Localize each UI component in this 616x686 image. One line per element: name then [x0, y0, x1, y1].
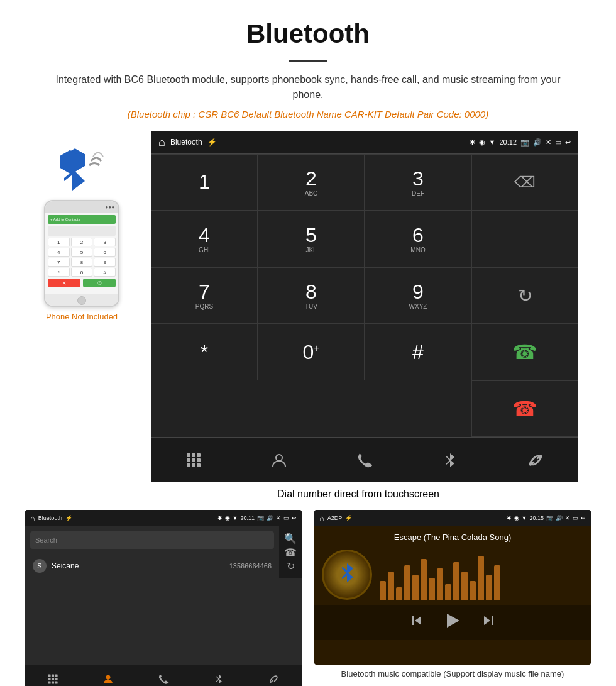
- music-screen-content: Escape (The Pina Colada Song): [314, 526, 591, 665]
- dial-nav-bar: [151, 437, 578, 482]
- pb-nav-contacts[interactable]: [80, 665, 136, 686]
- pb-nav-link[interactable]: [246, 665, 302, 686]
- phone-key-7[interactable]: 7: [48, 258, 70, 267]
- nav-dialpad-icon[interactable]: [151, 438, 236, 482]
- music-back-icon[interactable]: ↩: [581, 515, 586, 521]
- nav-bluetooth-icon[interactable]: [407, 438, 493, 482]
- phonebook-screen-block: ⌂ Bluetooth ⚡ ✱ ◉ ▼ 20:11 📷 🔊 ✕ ▭ ↩: [25, 510, 302, 686]
- music-camera-icon[interactable]: 📷: [546, 515, 553, 521]
- music-status-bar: ⌂ A2DP ⚡ ✱ ◉ ▼ 20:15 📷 🔊 ✕ ▭ ↩: [314, 510, 591, 526]
- dial-refresh-cell[interactable]: ↻: [471, 267, 578, 324]
- prev-track-button[interactable]: [409, 613, 424, 632]
- svg-rect-15: [48, 678, 50, 680]
- svg-rect-19: [52, 681, 54, 683]
- svg-rect-29: [492, 616, 493, 625]
- pb-back-icon[interactable]: ↩: [292, 515, 297, 521]
- dial-key-star[interactable]: *: [151, 324, 258, 380]
- phone-key-hash[interactable]: #: [94, 268, 116, 277]
- dial-key-8[interactable]: 8 TUV: [258, 267, 365, 324]
- phone-key-star[interactable]: *: [48, 268, 70, 277]
- dial-key-9[interactable]: 9 WXYZ: [365, 267, 471, 324]
- refresh-icon: ↻: [518, 285, 532, 306]
- svg-rect-2: [192, 453, 195, 457]
- dial-key-0[interactable]: 0+: [258, 324, 365, 380]
- pb-home-icon[interactable]: ⌂: [30, 514, 35, 523]
- viz-bar: [396, 587, 402, 600]
- svg-rect-25: [412, 616, 414, 625]
- dial-key-1[interactable]: 1: [151, 154, 258, 211]
- volume-icon[interactable]: 🔊: [533, 138, 542, 147]
- phone-keypad: 1 2 3 4 5 6 7 8 9 * 0 #: [48, 238, 116, 277]
- phone-key-4[interactable]: 4: [48, 248, 70, 257]
- phone-number-display: [48, 226, 116, 236]
- svg-point-21: [106, 675, 111, 680]
- pb-search-sidebar-icon[interactable]: 🔍: [284, 533, 297, 545]
- music-window-icon[interactable]: ▭: [573, 515, 578, 521]
- dial-screen-caption: Dial number direct from touchscreen: [126, 489, 591, 500]
- pb-window-icon[interactable]: ▭: [283, 515, 289, 521]
- pb-screen-title: Bluetooth: [38, 515, 62, 521]
- next-track-button[interactable]: [481, 613, 496, 632]
- phone-home-button[interactable]: [77, 296, 86, 305]
- nav-link-icon[interactable]: [493, 438, 578, 482]
- phone-call-buttons: ✕ ✆: [48, 279, 116, 287]
- bottom-screens-area: ⌂ Bluetooth ⚡ ✱ ◉ ▼ 20:11 📷 🔊 ✕ ▭ ↩: [0, 510, 616, 686]
- phone-key-3[interactable]: 3: [94, 238, 116, 246]
- music-close-icon[interactable]: ✕: [565, 515, 570, 521]
- bluetooth-icon-area: ⬢ ⬢: [50, 143, 113, 194]
- home-icon[interactable]: ⌂: [158, 136, 165, 149]
- pb-contact-row[interactable]: S Seicane 13566664466: [25, 554, 279, 578]
- viz-bar: [461, 572, 468, 600]
- call-green-icon: ☎: [512, 340, 537, 364]
- pb-nav-bluetooth[interactable]: [191, 665, 246, 686]
- nav-phone-icon[interactable]: [322, 438, 407, 482]
- dial-key-3[interactable]: 3 DEF: [365, 154, 471, 211]
- dial-key-hash[interactable]: #: [365, 324, 471, 380]
- viz-bar: [470, 581, 476, 600]
- music-home-icon[interactable]: ⌂: [319, 514, 324, 523]
- orange-info-text: (Bluetooth chip : CSR BC6 Default Blueto…: [0, 109, 616, 119]
- viz-bar: [412, 575, 419, 600]
- svg-rect-1: [187, 453, 190, 457]
- phone-key-0[interactable]: 0: [71, 268, 93, 277]
- back-icon[interactable]: ↩: [565, 138, 571, 147]
- close-icon[interactable]: ✕: [546, 138, 551, 147]
- pb-camera-icon[interactable]: 📷: [257, 515, 264, 521]
- pb-contact-number: 13566664466: [229, 562, 272, 570]
- pb-phone-sidebar-icon[interactable]: ☎: [284, 546, 297, 558]
- phone-key-5[interactable]: 5: [71, 248, 93, 257]
- pb-close-icon[interactable]: ✕: [276, 515, 281, 521]
- phone-key-2[interactable]: 2: [71, 238, 93, 246]
- phone-key-8[interactable]: 8: [71, 258, 93, 267]
- camera-icon[interactable]: 📷: [520, 138, 529, 147]
- dial-key-5[interactable]: 5 JKL: [258, 211, 365, 267]
- dial-key-6[interactable]: 6 MNO: [365, 211, 471, 267]
- music-status-right: ✱ ◉ ▼ 20:15 📷 🔊 ✕ ▭ ↩: [507, 515, 586, 521]
- dial-key-4[interactable]: 4 GHI: [151, 211, 258, 267]
- pb-status-bar: ⌂ Bluetooth ⚡ ✱ ◉ ▼ 20:11 📷 🔊 ✕ ▭ ↩: [25, 510, 302, 526]
- viz-bar: [380, 581, 386, 600]
- phone-key-6[interactable]: 6: [94, 248, 116, 257]
- dial-key-2[interactable]: 2 ABC: [258, 154, 365, 211]
- phone-mockup: ●●● + Add to Contacts 1 2 3 4 5 6 7 8: [44, 200, 119, 307]
- pb-volume-icon[interactable]: 🔊: [267, 515, 273, 521]
- music-volume-icon[interactable]: 🔊: [556, 515, 563, 521]
- pb-search-bar[interactable]: Search: [30, 531, 274, 549]
- svg-rect-9: [197, 463, 201, 467]
- window-icon[interactable]: ▭: [555, 138, 561, 147]
- phone-key-1[interactable]: 1: [48, 238, 70, 246]
- pb-main-area: Search S Seicane 13566664466: [25, 526, 279, 578]
- play-pause-button[interactable]: [443, 611, 462, 634]
- phone-key-9[interactable]: 9: [94, 258, 116, 267]
- pb-nav-dialpad[interactable]: [25, 665, 80, 686]
- dial-key-7[interactable]: 7 PQRS: [151, 267, 258, 324]
- dial-call-red-cell[interactable]: ☎: [471, 380, 578, 437]
- music-controls-bar: [314, 605, 591, 640]
- phone-not-included-label: Phone Not Included: [46, 312, 118, 321]
- pb-nav-phone[interactable]: [136, 665, 191, 686]
- dial-backspace-cell[interactable]: ⌫: [471, 154, 578, 211]
- svg-rect-18: [48, 681, 50, 683]
- pb-refresh-sidebar-icon[interactable]: ↻: [287, 560, 295, 572]
- dial-call-green-cell[interactable]: ☎: [471, 324, 578, 380]
- nav-contacts-icon[interactable]: [236, 438, 322, 482]
